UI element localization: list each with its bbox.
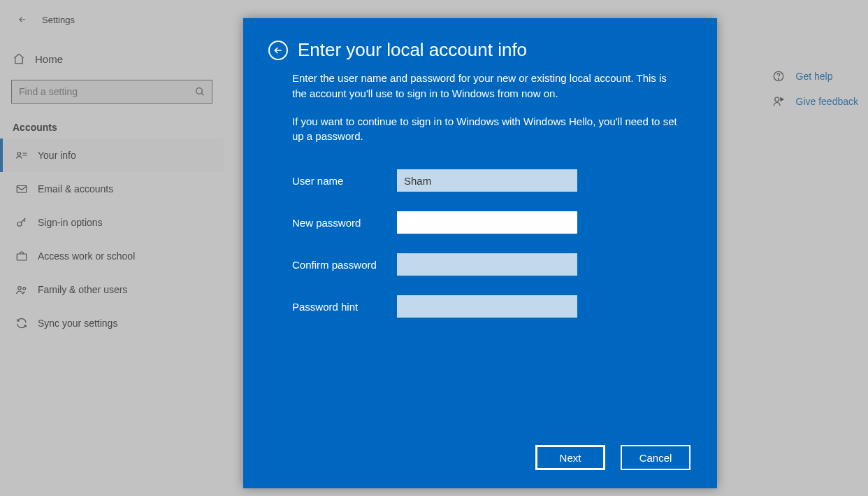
username-input[interactable] bbox=[397, 169, 577, 192]
dialog-back-button[interactable] bbox=[268, 41, 288, 60]
confirm-password-input[interactable] bbox=[397, 253, 577, 276]
new-password-label: New password bbox=[292, 217, 397, 229]
next-button[interactable]: Next bbox=[535, 445, 605, 470]
cancel-button[interactable]: Cancel bbox=[621, 445, 690, 470]
password-hint-label: Password hint bbox=[292, 301, 397, 313]
password-hint-input[interactable] bbox=[397, 295, 577, 318]
new-password-input[interactable] bbox=[397, 211, 577, 234]
confirm-password-label: Confirm password bbox=[292, 259, 397, 271]
username-label: User name bbox=[292, 175, 397, 187]
dialog-paragraph-2: If you want to continue to sign in to Wi… bbox=[292, 114, 683, 145]
local-account-dialog: Enter your local account info Enter the … bbox=[243, 18, 717, 488]
dialog-title: Enter your local account info bbox=[298, 39, 527, 61]
dialog-paragraph-1: Enter the user name and password for you… bbox=[292, 71, 683, 101]
